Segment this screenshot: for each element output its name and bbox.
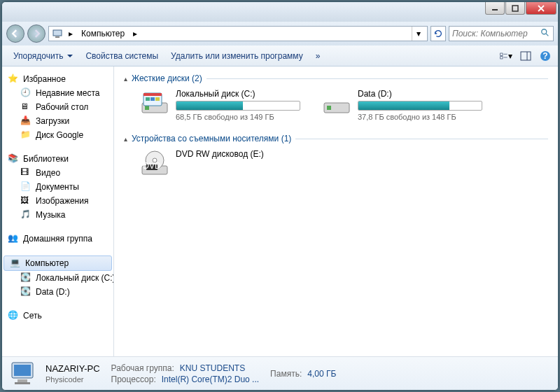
memory-label: Память: bbox=[270, 369, 302, 379]
address-bar[interactable]: ▸ Компьютер ▸ ▾ bbox=[48, 26, 428, 41]
hdd-icon bbox=[321, 89, 352, 117]
breadcrumb-computer[interactable]: Компьютер bbox=[78, 28, 127, 39]
view-options-button[interactable]: ▾ bbox=[499, 49, 513, 63]
svg-rect-22 bbox=[155, 97, 160, 101]
sidebar-network[interactable]: 🌐Сеть bbox=[2, 309, 113, 323]
documents-icon: 📄 bbox=[20, 181, 31, 192]
music-icon: 🎵 bbox=[20, 209, 31, 220]
sidebar-item-drive-d[interactable]: 💽Data (D:) bbox=[2, 285, 113, 299]
close-button[interactable] bbox=[526, 2, 556, 15]
preview-pane-button[interactable] bbox=[519, 49, 533, 63]
drive-free-space: 68,5 ГБ свободно из 149 ГБ bbox=[176, 113, 300, 121]
computer-name: NAZARIY-PC bbox=[46, 363, 100, 374]
collapse-icon: ▴ bbox=[124, 135, 127, 143]
svg-rect-19 bbox=[144, 93, 162, 96]
sidebar-item-pictures[interactable]: 🖼Изображения bbox=[2, 194, 113, 208]
cpu-label: Процессор: bbox=[111, 374, 156, 384]
drive-d[interactable]: Data (D:) 37,8 ГБ свободно из 148 ГБ bbox=[321, 89, 482, 121]
explorer-window: ▸ Компьютер ▸ ▾ Упорядочить Свойства сис… bbox=[1, 1, 559, 391]
drive-label: Data (D:) bbox=[358, 89, 482, 99]
refresh-button[interactable] bbox=[430, 26, 446, 41]
section-removable[interactable]: ▴ Устройства со съемными носителями (1) bbox=[124, 134, 548, 144]
section-hard-disks[interactable]: ▴ Жесткие диски (2) bbox=[124, 74, 548, 83]
search-icon bbox=[540, 28, 550, 40]
svg-rect-32 bbox=[18, 379, 27, 382]
organize-button[interactable]: Упорядочить bbox=[8, 48, 78, 64]
svg-rect-21 bbox=[150, 97, 155, 101]
collapse-icon: ▴ bbox=[124, 75, 127, 83]
svg-rect-17 bbox=[145, 106, 149, 110]
pictures-icon: 🖼 bbox=[20, 195, 31, 206]
drive-icon: 💽 bbox=[20, 272, 31, 284]
address-dropdown[interactable]: ▾ bbox=[412, 27, 424, 41]
breadcrumb-sep[interactable]: ▸ bbox=[66, 28, 76, 39]
sidebar-libraries[interactable]: 📚Библиотеки bbox=[2, 152, 113, 166]
maximize-button[interactable] bbox=[505, 2, 525, 15]
homegroup-icon: 👥 bbox=[8, 233, 19, 244]
svg-rect-4 bbox=[53, 30, 62, 36]
gdrive-icon: 📁 bbox=[20, 130, 31, 141]
search-input[interactable] bbox=[452, 29, 540, 38]
breadcrumb-sep[interactable]: ▸ bbox=[130, 28, 140, 39]
capacity-bar bbox=[176, 101, 300, 111]
sidebar-item-downloads[interactable]: 📥Загрузки bbox=[2, 114, 113, 128]
navigation-pane: ⭐Избранное 🕘Недавние места 🖥Рабочий стол… bbox=[2, 66, 114, 356]
back-button[interactable] bbox=[6, 24, 24, 43]
computer-sub: Physicoder bbox=[46, 375, 100, 384]
svg-rect-5 bbox=[55, 36, 59, 38]
computer-icon bbox=[52, 28, 63, 39]
hdd-icon bbox=[139, 89, 170, 117]
sidebar-homegroup[interactable]: 👥Домашняя группа bbox=[2, 232, 113, 246]
star-icon: ⭐ bbox=[8, 74, 19, 85]
downloads-icon: 📥 bbox=[20, 115, 31, 127]
sidebar-item-desktop[interactable]: 🖥Рабочий стол bbox=[2, 100, 113, 114]
svg-rect-24 bbox=[327, 106, 331, 110]
svg-line-7 bbox=[546, 33, 549, 36]
workgroup-label: Рабочая группа: bbox=[111, 363, 174, 373]
svg-text:DVD: DVD bbox=[143, 161, 161, 171]
svg-text:?: ? bbox=[542, 51, 547, 61]
svg-point-6 bbox=[542, 29, 547, 34]
computer-icon: 💻 bbox=[10, 258, 21, 269]
forward-button[interactable] bbox=[27, 24, 46, 43]
drive-c[interactable]: Локальный диск (C:) 68,5 ГБ свободно из … bbox=[139, 89, 300, 121]
title-bar[interactable] bbox=[2, 2, 558, 22]
svg-rect-12 bbox=[521, 52, 531, 60]
capacity-bar bbox=[358, 101, 482, 111]
dvd-icon: DVD bbox=[139, 149, 170, 177]
sidebar-item-documents[interactable]: 📄Документы bbox=[2, 180, 113, 194]
desktop-icon: 🖥 bbox=[20, 102, 31, 113]
svg-rect-9 bbox=[500, 56, 503, 58]
svg-rect-8 bbox=[500, 53, 503, 55]
content-pane: ▴ Жесткие диски (2) Локальный диск (C:) … bbox=[114, 66, 558, 356]
toolbar-overflow-button[interactable]: » bbox=[310, 48, 326, 64]
drive-label: DVD RW дисковод (E:) bbox=[176, 149, 300, 159]
svg-rect-20 bbox=[146, 97, 150, 101]
drive-label: Локальный диск (C:) bbox=[176, 89, 300, 99]
sidebar-item-recent[interactable]: 🕘Недавние места bbox=[2, 86, 113, 100]
toolbar: Упорядочить Свойства системы Удалить или… bbox=[2, 46, 558, 66]
drive-free-space: 37,8 ГБ свободно из 148 ГБ bbox=[358, 113, 482, 121]
sidebar-item-video[interactable]: 🎞Видео bbox=[2, 166, 113, 180]
cpu-value: Intel(R) Core(TM)2 Duo ... bbox=[162, 374, 259, 384]
sidebar-item-drive-c[interactable]: 💽Локальный диск (C:) bbox=[2, 271, 113, 285]
sidebar-computer[interactable]: 💻Компьютер bbox=[4, 255, 112, 271]
address-row: ▸ Компьютер ▸ ▾ bbox=[2, 22, 558, 46]
network-icon: 🌐 bbox=[8, 310, 19, 321]
sidebar-favorites[interactable]: ⭐Избранное bbox=[2, 72, 113, 86]
uninstall-button[interactable]: Удалить или изменить программу bbox=[165, 48, 309, 64]
minimize-button[interactable] bbox=[485, 2, 505, 15]
help-button[interactable]: ? bbox=[538, 49, 552, 63]
video-icon: 🎞 bbox=[20, 167, 31, 178]
system-properties-button[interactable]: Свойства системы bbox=[80, 48, 164, 64]
svg-rect-31 bbox=[14, 365, 31, 376]
sidebar-item-music[interactable]: 🎵Музыка bbox=[2, 208, 113, 222]
sidebar-item-gdrive[interactable]: 📁Диск Google bbox=[2, 128, 113, 142]
memory-value: 4,00 ГБ bbox=[307, 369, 336, 379]
recent-icon: 🕘 bbox=[20, 88, 31, 99]
details-pane: NAZARIY-PC Physicoder Рабочая группа:KNU… bbox=[2, 356, 558, 390]
drive-dvd[interactable]: DVD DVD RW дисковод (E:) bbox=[139, 149, 300, 177]
search-box[interactable] bbox=[449, 26, 554, 41]
drive-icon: 💽 bbox=[20, 286, 31, 298]
svg-rect-1 bbox=[512, 6, 518, 11]
